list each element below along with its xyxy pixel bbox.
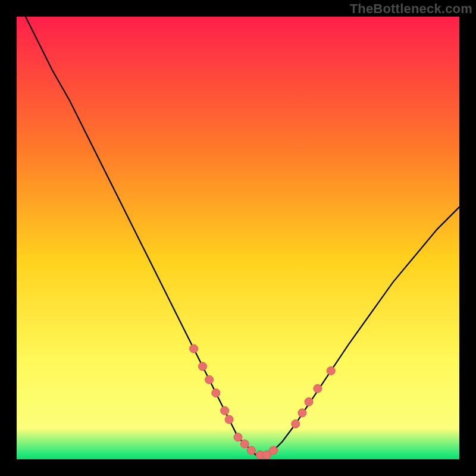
curve-marker [270, 446, 278, 455]
curve-marker [205, 375, 214, 384]
curve-marker [225, 415, 233, 424]
curve-marker [305, 397, 313, 406]
curve-marker [240, 440, 249, 448]
bottleneck-chart [17, 17, 459, 459]
chart-frame: TheBottleneck.com [0, 0, 476, 476]
gradient-background [17, 17, 459, 459]
curve-marker [199, 362, 207, 371]
curve-marker [212, 389, 220, 397]
curve-marker [292, 420, 300, 428]
curve-marker [298, 409, 306, 417]
watermark-text: TheBottleneck.com [350, 1, 472, 17]
curve-marker [190, 345, 198, 353]
curve-marker [327, 367, 335, 375]
curve-marker [234, 433, 242, 441]
curve-marker [247, 446, 255, 455]
curve-marker [314, 384, 322, 393]
curve-marker [221, 406, 229, 415]
